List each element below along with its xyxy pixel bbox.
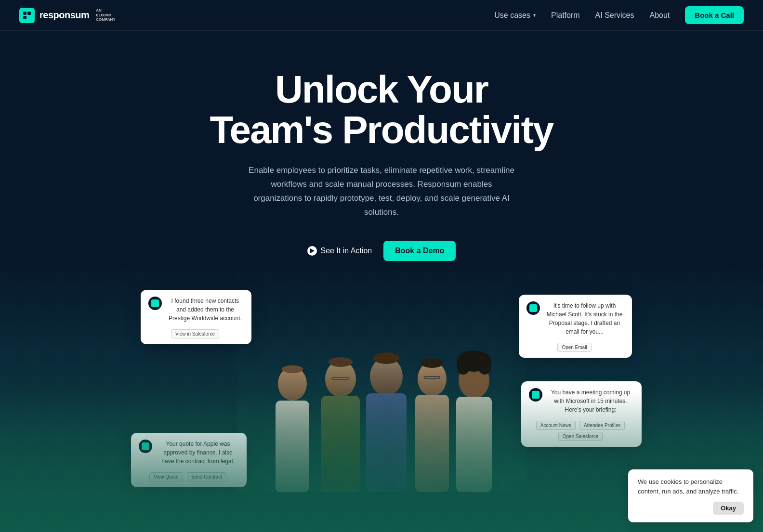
avatar-icon xyxy=(529,304,537,312)
cookie-okay-button[interactable]: Okay xyxy=(713,502,744,515)
elixirr-badge: AN ELIXIRR COMPANY xyxy=(96,8,115,22)
chat-card-text: It's time to follow up with Michael Scot… xyxy=(545,301,624,336)
send-contract-button[interactable]: Send Contract xyxy=(187,472,226,481)
view-in-salesforce-button[interactable]: View in Salesforce xyxy=(171,329,219,338)
open-salesforce-button[interactable]: Open Salesforce xyxy=(558,432,603,441)
hero-title: Unlock Your Team's Productivity xyxy=(210,69,553,150)
book-demo-button[interactable]: Book a Demo xyxy=(383,241,456,261)
avatar-icon xyxy=(151,299,159,307)
nav-platform[interactable]: Platform xyxy=(551,11,580,20)
nav-links: Use cases ▾ Platform AI Services About B… xyxy=(494,6,744,24)
chat-card-quote: Your quote for Apple was approved by fin… xyxy=(131,433,247,487)
chat-action-buttons: Account News Attendee Profiles Open Sale… xyxy=(529,419,634,441)
cookie-banner: We use cookies to personalize content, r… xyxy=(628,469,753,522)
navbar: responsum AN ELIXIRR COMPANY Use cases ▾… xyxy=(0,0,763,31)
logo[interactable]: responsum AN ELIXIRR COMPANY xyxy=(19,8,116,23)
svg-rect-24 xyxy=(237,299,526,492)
svg-rect-0 xyxy=(23,12,26,15)
svg-rect-1 xyxy=(27,12,31,15)
nav-use-cases[interactable]: Use cases ▾ xyxy=(494,11,536,20)
chat-card-header: It's time to follow up with Michael Scot… xyxy=(526,301,624,336)
account-news-button[interactable]: Account News xyxy=(536,421,576,430)
see-it-in-action-button[interactable]: See It in Action xyxy=(307,246,372,256)
nav-about[interactable]: About xyxy=(650,11,670,20)
nav-ai-services[interactable]: AI Services xyxy=(595,11,634,20)
hero-subtitle: Enable employees to prioritize tasks, el… xyxy=(247,164,516,220)
svg-rect-3 xyxy=(27,16,31,19)
chat-card-meeting: You have a meeting coming up with Micros… xyxy=(521,381,642,447)
team-photo-area xyxy=(237,299,526,492)
chevron-down-icon: ▾ xyxy=(533,13,536,18)
chat-avatar xyxy=(526,301,540,315)
chat-card-header: You have a meeting coming up with Micros… xyxy=(529,388,634,414)
logo-wordmark: responsum xyxy=(39,10,89,21)
chat-card-text: Your quote for Apple was approved by fin… xyxy=(157,440,239,466)
logo-icon xyxy=(19,8,35,23)
cookie-text: We use cookies to personalize content, r… xyxy=(638,477,744,496)
hero-buttons: See It in Action Book a Demo xyxy=(307,241,456,261)
svg-rect-2 xyxy=(23,16,26,19)
chat-card-salesforce: I found three new contacts and added the… xyxy=(141,290,251,344)
chat-avatar xyxy=(139,440,152,453)
hero-section: Unlock Your Team's Productivity Enable e… xyxy=(0,31,763,532)
play-icon xyxy=(307,246,317,256)
book-call-button[interactable]: Book a Call xyxy=(685,6,744,24)
chat-avatar xyxy=(529,388,542,402)
chat-card-text: You have a meeting coming up with Micros… xyxy=(547,388,634,414)
chat-card-followup: It's time to follow up with Michael Scot… xyxy=(519,295,632,358)
avatar-icon xyxy=(532,391,539,399)
chat-card-header: Your quote for Apple was approved by fin… xyxy=(139,440,239,466)
illustration-area: I found three new contacts and added the… xyxy=(117,290,646,492)
chat-action-buttons: View Quote Send Contract xyxy=(139,470,239,481)
people-illustration xyxy=(237,299,526,492)
open-email-button[interactable]: Open Email xyxy=(557,343,591,352)
chat-avatar xyxy=(148,297,162,310)
chat-card-text: I found three new contacts and added the… xyxy=(167,297,244,323)
avatar-icon xyxy=(142,442,149,450)
play-triangle xyxy=(310,248,315,253)
chat-card-header: I found three new contacts and added the… xyxy=(148,297,244,323)
view-quote-button[interactable]: View Quote xyxy=(149,472,183,481)
attendee-profiles-button[interactable]: Attendee Profiles xyxy=(579,421,625,430)
